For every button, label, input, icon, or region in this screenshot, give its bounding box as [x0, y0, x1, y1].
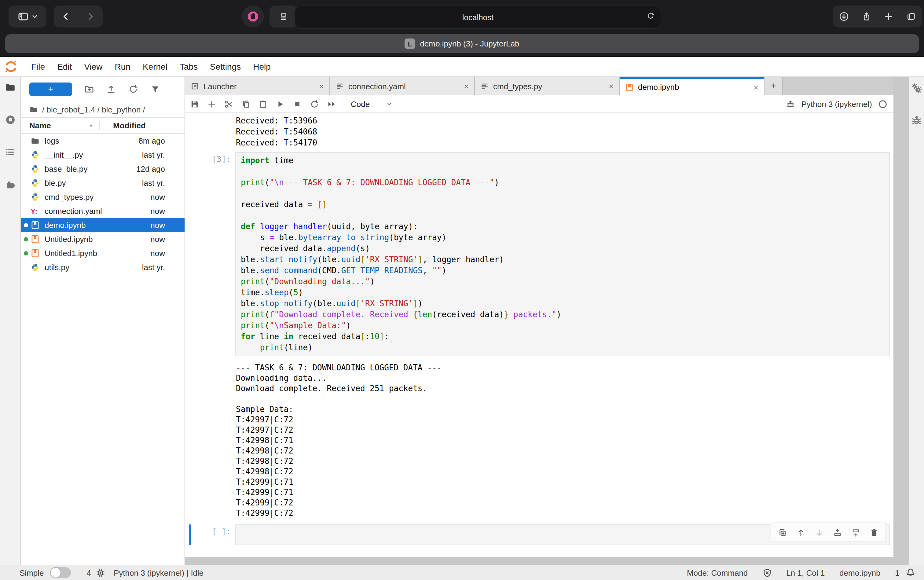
restart-icon[interactable]: [310, 99, 319, 109]
file-row-demo.ipynb[interactable]: demo.ipynbnow: [21, 218, 184, 232]
tab-connection.yaml[interactable]: connection.yaml×: [330, 77, 475, 96]
download-icon[interactable]: [839, 12, 849, 21]
mode-indicator[interactable]: Mode: Command: [687, 568, 748, 577]
activity-running-icon[interactable]: [5, 114, 16, 125]
menu-tabs[interactable]: Tabs: [173, 61, 204, 71]
simple-mode-toggle[interactable]: [50, 567, 71, 578]
file-row-Untitled1.ipynb[interactable]: Untitled1.ipynbnow: [21, 246, 184, 260]
file-row-connection.yaml[interactable]: Y:connection.yamlnow: [21, 204, 184, 218]
run-all-icon[interactable]: [327, 99, 336, 109]
delete-icon[interactable]: [870, 528, 879, 537]
tab-label: connection.yaml: [348, 82, 460, 91]
refresh-icon[interactable]: [128, 84, 138, 94]
tab-Launcher[interactable]: Launcher×: [185, 77, 330, 96]
new-tab-button[interactable]: +: [764, 77, 783, 96]
tabs-overview-icon[interactable]: [906, 12, 916, 21]
menu-help[interactable]: Help: [247, 61, 277, 71]
page-settings-button[interactable]: [270, 5, 298, 28]
cursor-position[interactable]: Ln 1, Col 1: [786, 568, 825, 577]
close-icon[interactable]: ×: [464, 82, 469, 91]
close-icon[interactable]: ×: [319, 82, 324, 91]
kernel-count[interactable]: 4: [87, 568, 91, 577]
notification-count[interactable]: 1: [895, 568, 899, 577]
cell-type-value: Code: [351, 99, 370, 109]
move-up-icon[interactable]: [796, 528, 805, 537]
url-field[interactable]: localhost: [295, 5, 661, 29]
code-editor[interactable]: [235, 524, 890, 545]
forward-button[interactable]: [86, 12, 96, 21]
file-modified: last yr.: [142, 178, 184, 188]
reload-icon[interactable]: [647, 12, 654, 20]
file-row-utils.py[interactable]: utils.pylast yr.: [21, 260, 184, 274]
file-row-logs[interactable]: logs8m ago: [21, 134, 184, 148]
breadcrumb-path[interactable]: / ble_robot_1.4 / ble_python /: [42, 105, 145, 114]
new-launcher-button[interactable]: +: [29, 82, 72, 96]
menu-file[interactable]: File: [25, 61, 51, 71]
file-row-Untitled.ipynb[interactable]: Untitled.ipynbnow: [21, 232, 184, 246]
menu-run[interactable]: Run: [109, 61, 137, 71]
cut-icon[interactable]: [224, 99, 234, 109]
activity-extensions-icon[interactable]: [5, 179, 16, 190]
home-folder-icon[interactable]: [29, 105, 38, 114]
tab-demo.ipynb[interactable]: demo.ipynb×: [620, 77, 764, 96]
hand-blocker-icon: [247, 10, 259, 23]
kernel-status-text[interactable]: Python 3 (ipykernel) | Idle: [114, 568, 204, 577]
browser-tab-title: demo.ipynb (3) - JupyterLab: [420, 39, 519, 48]
code-cell: [3]: import time print("\n--- TASK 6 & 7…: [189, 152, 890, 356]
debugger-icon[interactable]: [911, 115, 922, 126]
browser-tab-bar: L demo.ipynb (3) - JupyterLab: [0, 33, 924, 57]
insert-below-icon[interactable]: [851, 528, 860, 537]
property-inspector-icon[interactable]: [911, 83, 922, 94]
tab-cmd_types.py[interactable]: cmd_types.py×: [475, 77, 620, 96]
browser-tab[interactable]: L demo.ipynb (3) - JupyterLab: [5, 34, 919, 53]
sidebar-toggle-button[interactable]: [8, 5, 46, 28]
kernel-status-icon[interactable]: [878, 99, 887, 109]
share-icon[interactable]: [861, 12, 871, 21]
paste-icon[interactable]: [259, 99, 268, 109]
cell-collapser[interactable]: [189, 524, 191, 545]
content-blocker-button[interactable]: [242, 5, 264, 28]
active-file: demo.ipynb: [839, 568, 880, 577]
jupyter-logo-icon: [4, 59, 18, 73]
file-row-cmd_types.py[interactable]: cmd_types.pynow: [21, 190, 184, 204]
debugger-icon[interactable]: [786, 99, 796, 109]
browser-chrome: localhost L demo.ipynb (3) - JupyterLab: [0, 0, 924, 56]
upload-icon[interactable]: [106, 84, 116, 94]
new-folder-icon[interactable]: [84, 84, 94, 94]
new-tab-icon[interactable]: [884, 12, 894, 21]
notebook-scroll-area[interactable]: Received: T:53966 Received: T:54068 Rece…: [185, 113, 893, 557]
file-row-__init__.py[interactable]: __init__.pylast yr.: [21, 148, 184, 162]
code-editor[interactable]: import time print("\n--- TASK 6 & 7: DOW…: [235, 152, 890, 356]
insert-above-icon[interactable]: [833, 528, 842, 537]
column-modified[interactable]: Modified: [99, 121, 184, 130]
copy-icon[interactable]: [241, 99, 250, 109]
menu-view[interactable]: View: [78, 61, 109, 71]
close-icon[interactable]: ×: [609, 82, 614, 91]
kernel-sessions-icon[interactable]: [96, 568, 105, 577]
bell-icon[interactable]: [906, 568, 916, 578]
filter-icon[interactable]: [150, 84, 160, 94]
close-icon[interactable]: ×: [753, 83, 758, 91]
column-name[interactable]: Name: [29, 121, 88, 130]
menu-kernel[interactable]: Kernel: [137, 61, 173, 71]
file-row-base_ble.py[interactable]: base_ble.py12d ago: [21, 162, 184, 176]
cell-collapser[interactable]: [189, 152, 191, 356]
activity-toc-icon[interactable]: [5, 147, 16, 158]
menu-settings[interactable]: Settings: [204, 61, 247, 71]
save-icon[interactable]: [190, 99, 199, 109]
activity-files-icon[interactable]: [5, 82, 16, 93]
menu-edit[interactable]: Edit: [51, 61, 78, 71]
file-modified: 8m ago: [138, 136, 184, 145]
run-icon[interactable]: [276, 99, 285, 109]
move-down-icon[interactable]: [815, 528, 824, 537]
cell-type-dropdown[interactable]: Code: [351, 99, 393, 109]
interrupt-icon[interactable]: [293, 99, 302, 109]
dock-tab-bar: Launcher×connection.yaml×cmd_types.py×de…: [185, 77, 893, 96]
file-row-ble.py[interactable]: ble.pylast yr.: [21, 176, 184, 190]
back-button[interactable]: [61, 12, 71, 21]
python-icon: [31, 193, 40, 202]
duplicate-icon[interactable]: [778, 528, 787, 537]
add-icon[interactable]: [207, 99, 216, 109]
kernel-name[interactable]: Python 3 (ipykernel): [802, 99, 872, 109]
file-name: base_ble.py: [44, 165, 136, 173]
